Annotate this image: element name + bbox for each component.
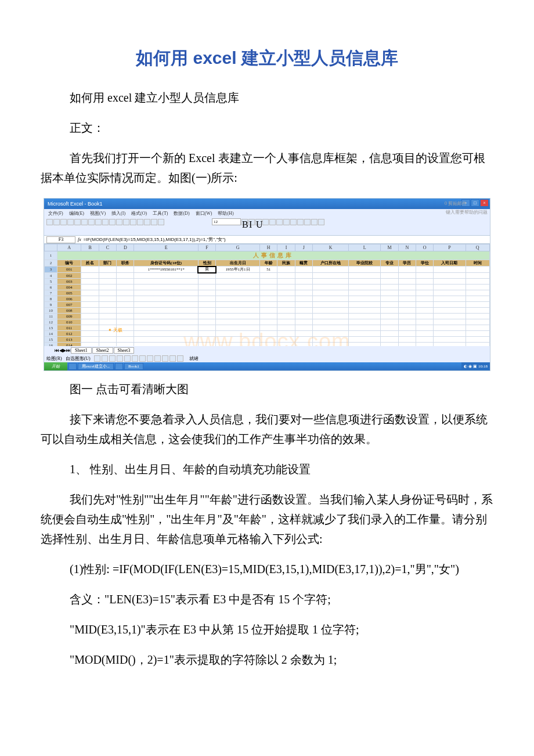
field-header[interactable]: 时间 xyxy=(466,260,490,267)
data-cell[interactable]: 男 xyxy=(198,267,215,273)
data-cell[interactable] xyxy=(313,319,349,325)
data-cell[interactable]: 003 xyxy=(57,279,81,285)
data-cell[interactable] xyxy=(398,325,416,331)
data-cell[interactable] xyxy=(117,273,134,279)
data-cell[interactable]: 008 xyxy=(57,308,81,314)
help-hint[interactable]: 键入需要帮助的问题 xyxy=(446,209,488,215)
data-cell[interactable] xyxy=(434,285,466,290)
data-cell[interactable] xyxy=(260,325,277,331)
column-header[interactable]: F xyxy=(198,244,215,251)
column-header[interactable]: J xyxy=(295,244,312,251)
data-cell[interactable] xyxy=(398,337,416,343)
data-cell[interactable] xyxy=(277,273,295,279)
data-cell[interactable] xyxy=(260,285,277,290)
data-cell[interactable] xyxy=(295,319,312,325)
data-cell[interactable]: 012 xyxy=(57,331,81,337)
data-cell[interactable] xyxy=(81,296,99,302)
field-header[interactable]: 编号 xyxy=(57,260,81,267)
data-cell[interactable] xyxy=(295,296,312,302)
menu-tools[interactable]: 工具(T) xyxy=(151,210,169,217)
data-cell[interactable] xyxy=(313,290,349,296)
data-cell[interactable] xyxy=(198,308,215,314)
data-cell[interactable] xyxy=(466,273,490,279)
taskbar-item[interactable] xyxy=(68,363,77,370)
data-cell[interactable] xyxy=(117,296,134,302)
data-cell[interactable] xyxy=(277,325,295,331)
row-header[interactable]: 15 xyxy=(45,337,57,343)
data-cell[interactable] xyxy=(134,285,198,290)
data-cell[interactable] xyxy=(313,325,349,331)
align-center-icon[interactable] xyxy=(269,219,276,225)
column-header[interactable]: G xyxy=(216,244,260,251)
data-cell[interactable] xyxy=(434,279,466,285)
menu-window[interactable]: 窗口(W) xyxy=(194,210,214,217)
data-cell[interactable] xyxy=(398,319,416,325)
data-cell[interactable] xyxy=(81,285,99,290)
data-cell[interactable] xyxy=(134,302,198,308)
data-cell[interactable] xyxy=(81,273,99,279)
data-cell[interactable] xyxy=(260,273,277,279)
data-cell[interactable] xyxy=(81,337,99,343)
data-cell[interactable] xyxy=(81,279,99,285)
data-cell[interactable] xyxy=(198,279,215,285)
data-cell[interactable]: 004 xyxy=(57,285,81,290)
data-cell[interactable] xyxy=(398,273,416,279)
data-cell[interactable] xyxy=(398,279,416,285)
data-cell[interactable] xyxy=(198,325,215,331)
data-cell[interactable] xyxy=(99,319,116,325)
data-cell[interactable] xyxy=(349,337,381,343)
column-header[interactable]: O xyxy=(416,244,433,251)
data-cell[interactable] xyxy=(381,267,398,273)
field-header[interactable]: 专业 xyxy=(381,260,398,267)
data-cell[interactable] xyxy=(216,279,260,285)
3d-icon[interactable] xyxy=(177,355,183,362)
data-cell[interactable] xyxy=(216,325,260,331)
data-cell[interactable] xyxy=(313,285,349,290)
column-header[interactable]: N xyxy=(398,244,416,251)
data-cell[interactable] xyxy=(398,285,416,290)
data-cell[interactable] xyxy=(466,331,490,337)
rect-icon[interactable] xyxy=(109,355,116,362)
data-cell[interactable] xyxy=(349,296,381,302)
data-cell[interactable] xyxy=(295,314,312,319)
currency-icon[interactable] xyxy=(290,219,297,225)
row-header[interactable]: 7 xyxy=(45,290,57,296)
data-cell[interactable] xyxy=(216,314,260,319)
data-cell[interactable] xyxy=(349,273,381,279)
data-cell[interactable] xyxy=(295,285,312,290)
data-cell[interactable] xyxy=(117,279,134,285)
data-cell[interactable] xyxy=(117,267,134,273)
data-cell[interactable] xyxy=(198,314,215,319)
row-header[interactable]: 6 xyxy=(45,285,57,290)
data-cell[interactable] xyxy=(277,279,295,285)
data-cell[interactable]: 001 xyxy=(57,267,81,273)
data-cell[interactable] xyxy=(416,285,433,290)
data-cell[interactable] xyxy=(81,325,99,331)
data-cell[interactable] xyxy=(381,325,398,331)
data-cell[interactable] xyxy=(99,337,116,343)
data-cell[interactable] xyxy=(466,285,490,290)
data-cell[interactable] xyxy=(198,331,215,337)
data-cell[interactable] xyxy=(349,279,381,285)
data-cell[interactable] xyxy=(466,308,490,314)
data-cell[interactable] xyxy=(99,267,116,273)
data-cell[interactable] xyxy=(260,314,277,319)
data-cell[interactable] xyxy=(349,285,381,290)
data-cell[interactable] xyxy=(295,331,312,337)
row-header[interactable]: 1 xyxy=(45,251,57,260)
data-cell[interactable] xyxy=(381,331,398,337)
data-cell[interactable] xyxy=(381,319,398,325)
data-cell[interactable] xyxy=(277,285,295,290)
spell-icon[interactable] xyxy=(81,219,88,225)
data-cell[interactable] xyxy=(117,314,134,319)
field-header[interactable]: 出生月日 xyxy=(216,260,260,267)
data-cell[interactable] xyxy=(99,290,116,296)
data-cell[interactable] xyxy=(134,290,198,296)
data-cell[interactable] xyxy=(313,302,349,308)
sheet-tab-1[interactable]: Sheet1 xyxy=(71,347,92,354)
data-cell[interactable] xyxy=(260,279,277,285)
column-header[interactable]: B xyxy=(81,244,99,251)
data-cell[interactable] xyxy=(434,337,466,343)
row-header[interactable]: 10 xyxy=(45,308,57,314)
data-cell[interactable] xyxy=(349,331,381,337)
